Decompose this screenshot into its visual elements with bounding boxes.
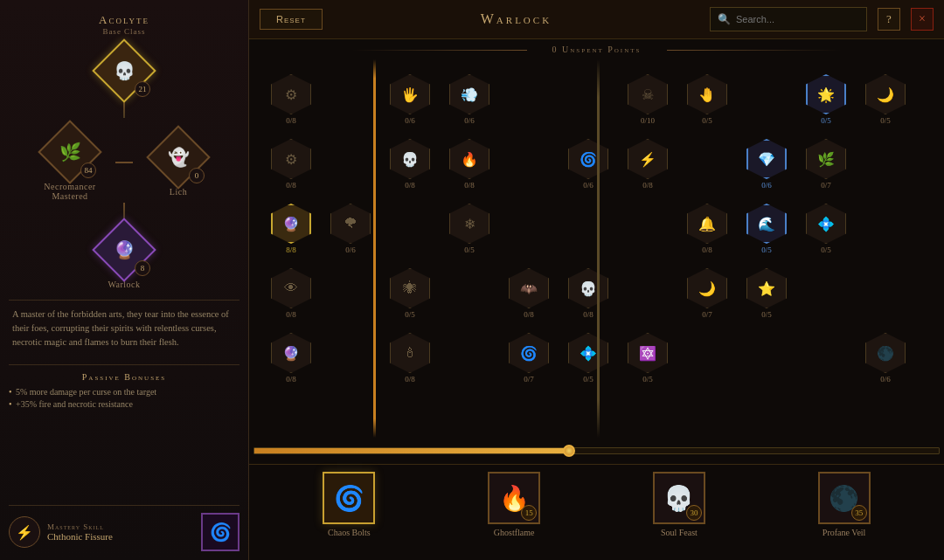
progress-bar-area bbox=[249, 438, 944, 464]
skill-cell-1-2[interactable]: 💀0/8 bbox=[381, 133, 439, 196]
node-pts-2-9: 0/5 bbox=[821, 245, 831, 254]
passive-item-1: 5% more damage per curse on the target bbox=[9, 387, 239, 397]
skill-cell-2-7[interactable]: 🔔0/8 bbox=[678, 197, 736, 260]
search-icon: 🔍 bbox=[718, 13, 731, 26]
skill-cell-0-10[interactable]: 🌙0/5 bbox=[857, 68, 914, 131]
skill-icon-frame-soul-feast: 💀30 bbox=[653, 472, 705, 524]
skill-cell-2-8[interactable]: 🌊0/5 bbox=[738, 197, 795, 260]
skill-cell-1-0[interactable]: ⚙0/8 bbox=[262, 133, 320, 196]
help-button[interactable]: ? bbox=[878, 8, 900, 31]
skill-cell-3-2[interactable]: 🕷0/5 bbox=[381, 262, 439, 325]
skill-icon-frame-profane-veil: 🌑35 bbox=[818, 472, 871, 524]
node-count-warlock: 8 bbox=[135, 260, 150, 276]
skill-item-profane-veil[interactable]: 🌑35Profane Veil bbox=[818, 472, 871, 537]
node-pts-3-0: 0/8 bbox=[286, 310, 296, 319]
node-pts-1-0: 0/8 bbox=[286, 181, 296, 190]
mastery-text: Mastery Skill Chthonic Fissure bbox=[47, 522, 194, 542]
necromancer-label: NecromancerMastered bbox=[44, 182, 95, 201]
reset-button[interactable]: Reset bbox=[260, 9, 323, 30]
skill-cell-1-1 bbox=[322, 133, 379, 196]
skill-cell-3-5[interactable]: 💀0/8 bbox=[559, 262, 617, 325]
mastery-skill-icon-img[interactable]: 🌀 bbox=[201, 513, 239, 551]
right-panel: Reset Warlock 🔍 ? × 0 Unspent Points ⚙0/… bbox=[249, 0, 944, 560]
skill-cell-4-1 bbox=[322, 327, 379, 390]
skill-cell-0-2[interactable]: 🖐0/6 bbox=[381, 68, 439, 131]
skill-cell-1-3[interactable]: 🔥0/8 bbox=[441, 133, 498, 196]
node-pts-2-1: 0/6 bbox=[345, 245, 356, 254]
skill-cell-4-0[interactable]: 🔮0/8 bbox=[262, 327, 320, 390]
skill-cell-4-6[interactable]: 🔯0/5 bbox=[619, 327, 677, 390]
skill-cell-1-7 bbox=[678, 133, 736, 196]
hex-node-3-8: ⭐ bbox=[746, 268, 787, 308]
node-pts-4-4: 0/7 bbox=[524, 375, 534, 384]
skill-cell-0-9[interactable]: 🌟0/5 bbox=[797, 68, 855, 131]
node-pts-2-7: 0/8 bbox=[702, 245, 712, 254]
hex-node-1-0: ⚙ bbox=[271, 139, 311, 179]
skill-item-chaos-bolts[interactable]: 🌀Chaos Bolts bbox=[323, 472, 375, 537]
skill-cell-3-0[interactable]: 👁0/8 bbox=[262, 262, 320, 325]
hex-node-2-1: 🌪 bbox=[330, 204, 371, 244]
acolyte-node[interactable]: 💀 21 bbox=[96, 43, 152, 99]
mastery-skill-label: Mastery Skill bbox=[47, 522, 194, 531]
node-pts-1-2: 0/8 bbox=[405, 181, 415, 190]
skill-cell-1-6[interactable]: ⚡0/8 bbox=[619, 133, 677, 196]
hex-node-2-7: 🔔 bbox=[687, 204, 727, 244]
skill-cell-3-1 bbox=[322, 262, 379, 325]
skill-cell-3-7[interactable]: 🌙0/7 bbox=[678, 262, 736, 325]
skill-cell-0-1 bbox=[322, 68, 379, 131]
skill-cell-3-3 bbox=[441, 262, 498, 325]
skill-name: Soul Feast bbox=[661, 528, 698, 537]
hex-node-4-4: 🌀 bbox=[509, 333, 549, 373]
node-pts-1-6: 0/8 bbox=[642, 181, 653, 190]
skill-item-ghostflame[interactable]: 🔥15Ghostflame bbox=[488, 472, 540, 537]
skill-cell-4-2[interactable]: 🕯0/8 bbox=[381, 327, 439, 390]
passive-title: Passive Bonuses bbox=[9, 372, 239, 382]
skill-cell-2-0[interactable]: 🔮8/8 bbox=[262, 197, 320, 260]
skill-cell-1-10 bbox=[857, 133, 914, 196]
node-pts-4-5: 0/5 bbox=[583, 375, 593, 384]
hex-node-2-3: ❄ bbox=[449, 204, 489, 244]
node-pts-0-9: 0/5 bbox=[821, 116, 831, 125]
search-input[interactable] bbox=[736, 14, 858, 24]
skill-cell-0-0[interactable]: ⚙0/8 bbox=[262, 68, 320, 131]
hex-node-1-6: ⚡ bbox=[628, 139, 668, 179]
node-pts-4-0: 0/8 bbox=[286, 375, 296, 384]
node-count-necro: 84 bbox=[80, 162, 96, 178]
skill-cell-1-9[interactable]: 🌿0/7 bbox=[797, 133, 855, 196]
warlock-node[interactable]: 🔮 8 Warlock bbox=[96, 222, 152, 289]
skill-name: Ghostflame bbox=[494, 528, 535, 537]
skill-cell-0-6[interactable]: ☠0/10 bbox=[619, 68, 677, 131]
skill-cell-4-5[interactable]: 💠0/5 bbox=[559, 327, 617, 390]
skill-cell-2-1[interactable]: 🌪0/6 bbox=[322, 197, 379, 260]
skill-level-badge: 35 bbox=[851, 505, 867, 521]
skill-cell-2-3[interactable]: ❄0/5 bbox=[441, 197, 498, 260]
mastery-icon: ⚡ bbox=[9, 516, 40, 548]
skill-cell-4-4[interactable]: 🌀0/7 bbox=[500, 327, 558, 390]
skill-cell-3-4[interactable]: 🦇0/8 bbox=[500, 262, 558, 325]
skill-cell-0-3[interactable]: 💨0/6 bbox=[441, 68, 498, 131]
node-pts-1-9: 0/7 bbox=[821, 181, 831, 190]
skill-cell-2-9[interactable]: 💠0/5 bbox=[797, 197, 855, 260]
hex-node-0-10: 🌙 bbox=[865, 74, 906, 114]
skill-cell-0-7[interactable]: 🤚0/5 bbox=[678, 68, 736, 131]
class-description: A master of the forbidden arts, they tea… bbox=[9, 300, 239, 356]
hex-node-4-2: 🕯 bbox=[390, 333, 430, 373]
skill-cell-2-10 bbox=[857, 197, 914, 260]
close-button[interactable]: × bbox=[911, 8, 934, 31]
progress-track bbox=[253, 447, 940, 454]
skill-cell-2-5 bbox=[559, 197, 617, 260]
lich-node[interactable]: 👻 0 Lich bbox=[150, 129, 206, 197]
hex-node-2-8: 🌊 bbox=[746, 204, 787, 244]
necromancer-node[interactable]: 🌿 84 NecromancerMastered bbox=[42, 124, 98, 201]
hex-node-4-6: 🔯 bbox=[628, 333, 668, 373]
node-pts-0-10: 0/5 bbox=[880, 116, 891, 125]
skill-name: Profane Veil bbox=[823, 528, 866, 537]
skill-cell-1-5[interactable]: 🌀0/6 bbox=[559, 133, 617, 196]
skill-cell-1-8[interactable]: 💎0/6 bbox=[738, 133, 795, 196]
skill-cell-3-10 bbox=[857, 262, 914, 325]
skill-cell-3-8[interactable]: ⭐0/5 bbox=[738, 262, 795, 325]
skill-cell-1-4 bbox=[500, 133, 558, 196]
hex-node-1-8: 💎 bbox=[746, 139, 787, 179]
skill-item-soul-feast[interactable]: 💀30Soul Feast bbox=[653, 472, 705, 537]
skill-cell-4-10[interactable]: 🌑0/6 bbox=[857, 327, 914, 390]
